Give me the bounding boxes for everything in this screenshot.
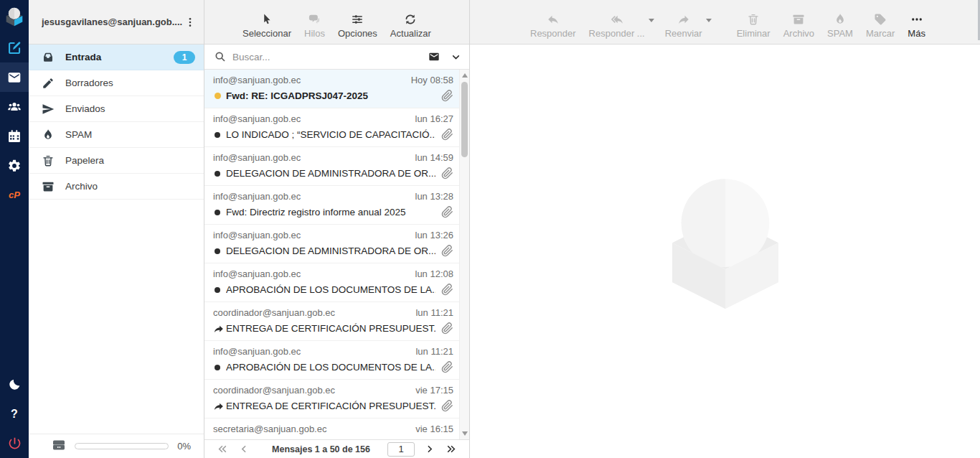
mark-button[interactable]: Marcar	[862, 13, 899, 39]
message-row-top: info@sanjuan.gob.ec lun 14:59	[213, 152, 453, 163]
reply-all-label: Responder ...	[589, 28, 645, 39]
page-number-input[interactable]	[387, 442, 415, 457]
folder-list: Entrada 1 Borradores Enviados SPAM	[29, 45, 204, 200]
folder-label: Borradores	[65, 78, 113, 88]
message-list-item[interactable]: info@sanjuan.gob.ec lun 11:21 APROBACIÓN…	[204, 341, 459, 380]
message-list-item[interactable]: info@sanjuan.gob.ec Hoy 08:58 Fwd: RE: I…	[204, 70, 459, 108]
message-date: Hoy 08:58	[411, 75, 453, 85]
message-row-top: info@sanjuan.gob.ec lun 13:26	[213, 230, 453, 240]
folder-entrada[interactable]: Entrada 1	[29, 45, 204, 70]
folder-archivo[interactable]: Archivo	[29, 174, 204, 200]
archive-button[interactable]: Archivo	[779, 13, 819, 39]
scrollbar-thumb[interactable]	[461, 82, 468, 157]
status-dot-icon	[215, 287, 220, 293]
next-page-button[interactable]	[419, 444, 440, 454]
scrollbar-down-arrow[interactable]	[462, 431, 468, 436]
sidebar-item-help[interactable]: ?	[0, 399, 29, 429]
reply-all-caret-icon[interactable]	[649, 19, 654, 22]
message-date: vie 17:15	[415, 385, 453, 396]
message-row-top: info@sanjuan.gob.ec lun 11:21	[213, 346, 453, 357]
message-sender: info@sanjuan.gob.ec	[213, 268, 410, 279]
attachment-paperclip-icon	[441, 284, 453, 296]
folder-spam[interactable]: SPAM	[29, 122, 204, 148]
message-list-item[interactable]: info@sanjuan.gob.ec lun 13:26 DELEGACION…	[204, 225, 459, 263]
message-status[interactable]	[213, 365, 226, 370]
quota-percent: 0%	[177, 441, 191, 452]
last-page-button[interactable]	[440, 444, 462, 454]
message-status[interactable]	[213, 287, 226, 293]
attachment-paperclip-icon	[441, 245, 453, 257]
attachment-paperclip-icon	[441, 361, 453, 373]
sidebar-item-contacts[interactable]	[0, 92, 29, 121]
message-row-bottom: DELEGACION DE ADMINISTRADORA DE OR...	[213, 245, 453, 257]
message-status[interactable]	[213, 93, 226, 99]
forward-caret-icon[interactable]	[706, 19, 712, 22]
message-list-item[interactable]: info@sanjuan.gob.ec lun 14:59 DELEGACION…	[204, 147, 459, 186]
sidebar-item-mail[interactable]	[0, 62, 29, 92]
more-button[interactable]: Más	[903, 13, 930, 39]
message-status[interactable]	[213, 324, 226, 334]
first-page-button[interactable]	[212, 444, 233, 454]
moon-icon	[7, 378, 22, 392]
sidebar-item-logout[interactable]	[0, 429, 29, 458]
folder-enviados[interactable]: Enviados	[29, 96, 204, 122]
message-sender: info@sanjuan.gob.ec	[213, 152, 410, 163]
status-dot-icon	[215, 93, 221, 99]
refresh-icon	[402, 13, 418, 26]
account-menu-button[interactable]	[182, 14, 198, 30]
list-scrollbar[interactable]	[459, 70, 469, 439]
options-button[interactable]: Opciones	[334, 13, 381, 39]
sidebar-item-settings[interactable]	[0, 151, 29, 180]
message-list-item[interactable]: info@sanjuan.gob.ec lun 12:08 APROBACIÓN…	[204, 263, 459, 302]
folder-papelera[interactable]: Papelera	[29, 148, 204, 174]
select-button[interactable]: Seleccionar	[239, 13, 295, 39]
message-date: lun 16:27	[415, 113, 454, 124]
message-date: lun 14:59	[415, 152, 454, 163]
sidebar-item-compose[interactable]	[0, 33, 29, 62]
message-list-item[interactable]: coordinador@sanjuan.gob.ec vie 17:15 ENT…	[204, 380, 459, 419]
message-sender: info@sanjuan.gob.ec	[213, 75, 405, 85]
message-list-item[interactable]: info@sanjuan.gob.ec lun 16:27 LO INDICAD…	[204, 108, 459, 147]
paper-plane-icon	[42, 103, 56, 116]
prev-page-button[interactable]	[233, 444, 255, 454]
search-scope-mail-icon[interactable]	[427, 51, 441, 62]
scrollbar-up-arrow[interactable]	[462, 73, 468, 78]
message-list-item[interactable]: info@sanjuan.gob.ec lun 13:28 Fwd: Direc…	[204, 186, 459, 225]
ellipsis-icon	[909, 13, 925, 26]
message-list-item[interactable]: secretaria@sanjuan.gob.ec vie 16:15	[204, 419, 459, 439]
message-row-bottom: ENTREGA DE CERTIFICACIÓN PRESUPUEST...	[213, 400, 453, 412]
mark-label: Marcar	[866, 28, 895, 39]
message-list-item[interactable]: coordinador@sanjuan.gob.ec lun 11:21 ENT…	[204, 302, 459, 341]
sidebar-item-darkmode[interactable]	[0, 370, 29, 399]
archive-icon	[42, 180, 56, 193]
message-row-top: coordinador@sanjuan.gob.ec vie 17:15	[213, 385, 453, 396]
spam-button[interactable]: SPAM	[823, 13, 857, 39]
search-options-chevron-down-icon[interactable]	[451, 52, 461, 62]
folder-borradores[interactable]: Borradores	[29, 70, 204, 96]
mail-toolbar: Responder Responder ... Reenviar	[470, 0, 980, 45]
kebab-menu-icon	[184, 17, 196, 28]
reply-all-button[interactable]: Responder ...	[585, 13, 649, 39]
message-status[interactable]	[213, 171, 226, 177]
message-subject: APROBACIÓN DE LOS DOCUMENTOS DE LA...	[226, 284, 435, 295]
message-sender: coordinador@sanjuan.gob.ec	[213, 307, 410, 318]
message-status[interactable]	[213, 132, 226, 138]
taskmenu-spacer	[0, 210, 29, 370]
sidebar-item-cpanel[interactable]: cP	[0, 180, 29, 210]
refresh-button[interactable]: Actualizar	[387, 13, 435, 39]
sliders-icon	[349, 13, 365, 26]
search-input[interactable]	[232, 52, 427, 62]
message-status[interactable]	[213, 210, 226, 215]
message-status[interactable]	[213, 248, 226, 254]
delete-button[interactable]: Eliminar	[732, 13, 775, 39]
pagination-bar: Mensajes 1 a 50 de 156	[204, 439, 469, 458]
message-status[interactable]	[213, 401, 226, 411]
message-sender: info@sanjuan.gob.ec	[213, 346, 410, 357]
search-bar	[204, 45, 469, 70]
message-subject: DELEGACION DE ADMINISTRADORA DE OR...	[226, 246, 435, 256]
reply-button[interactable]: Responder	[526, 13, 580, 39]
message-row-top: info@sanjuan.gob.ec lun 16:27	[213, 113, 453, 124]
forward-button[interactable]: Reenviar	[661, 13, 707, 39]
sidebar-item-calendar[interactable]	[0, 121, 29, 151]
threads-button[interactable]: Hilos	[301, 13, 329, 39]
